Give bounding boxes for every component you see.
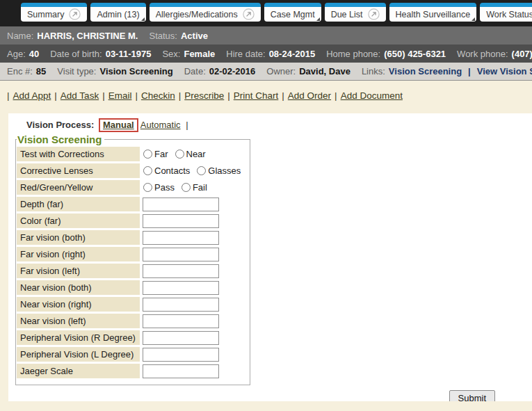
info-value: 02-02-2016: [209, 66, 256, 76]
info-pair-hire-date: Hire date:08-24-2015: [226, 49, 315, 59]
submit-button[interactable]: Submit: [449, 390, 495, 401]
info-pair-status: Status:Active: [149, 31, 208, 41]
info-label: Owner:: [266, 66, 296, 76]
tab-case-mgmt[interactable]: Case Mgmt: [264, 3, 321, 22]
radio-option-test-with-corrections-far: Far: [143, 149, 168, 159]
encounter-links: Links:Vision Screening|View Vision Scree…: [362, 66, 532, 76]
dropdown-corner-icon: [471, 17, 475, 21]
links-label: Links:: [362, 66, 385, 76]
radio-red-green-yellow-fail[interactable]: [182, 183, 191, 192]
info-label: Visit type:: [57, 66, 96, 76]
main-content: Vision Process: ManualAutomatic | Vision…: [0, 113, 532, 401]
info-value: 85: [36, 66, 46, 76]
tab-admin-13[interactable]: Admin (13): [90, 3, 145, 22]
radio-option-red-green-yellow-pass: Pass: [143, 182, 175, 193]
action-link-add-document[interactable]: Add Document: [341, 90, 403, 101]
input-color-far[interactable]: [143, 214, 219, 228]
info-label: Work phone:: [457, 49, 508, 59]
input-near-vision-both[interactable]: [143, 281, 219, 295]
popout-icon: [69, 8, 81, 20]
action-link-add-appt[interactable]: Add Appt: [13, 90, 51, 101]
info-value: 40: [29, 49, 39, 59]
info-value: (407) 939: [512, 49, 532, 59]
info-pair-name: Name:HARRIS, CHRISTINE M.: [7, 31, 138, 41]
radio-option-label: Contacts: [154, 166, 190, 176]
form-row-red-green-yellow: Red/Green/YellowPassFail: [17, 180, 247, 195]
radio-option-label: Near: [186, 149, 206, 159]
form-row-jaeger-scale: Jaeger Scale: [17, 364, 247, 378]
field-control: [140, 347, 219, 362]
input-jaeger-scale[interactable]: [143, 364, 219, 378]
tab-due-list[interactable]: Due List: [325, 3, 386, 22]
tab-health-surveillance[interactable]: Health Surveillance: [389, 3, 477, 22]
action-link-add-order[interactable]: Add Order: [288, 90, 331, 101]
info-label: Name:: [7, 31, 33, 41]
form-row-depth-far: Depth (far): [17, 197, 247, 211]
radio-corrective-lenses-glasses[interactable]: [197, 166, 206, 175]
input-peripheral-vision-r-degree[interactable]: [143, 331, 219, 345]
action-link-email[interactable]: Email: [108, 90, 132, 101]
radio-red-green-yellow-pass[interactable]: [143, 183, 152, 192]
action-link-checkin[interactable]: Checkin: [141, 90, 175, 101]
field-label: Depth (far): [17, 197, 140, 211]
action-link-print-chart[interactable]: Print Chart: [234, 90, 279, 101]
encounter-bar: Enc #:85Visit type:Vision ScreeningDate:…: [0, 63, 532, 81]
input-far-vision-left[interactable]: [143, 264, 219, 278]
vision-process-option-automatic[interactable]: Automatic: [140, 120, 181, 130]
popout-icon: [368, 8, 380, 20]
input-near-vision-left[interactable]: [143, 314, 219, 328]
radio-corrective-lenses-contacts[interactable]: [143, 166, 152, 175]
info-value: David, Dave: [299, 66, 350, 76]
input-peripheral-vision-l-degree[interactable]: [143, 348, 219, 362]
tab-allergies-medications[interactable]: Allergies/Medications: [150, 3, 261, 22]
action-link-separator: |: [7, 90, 10, 101]
action-link-separator: |: [179, 90, 182, 101]
radio-option-label: Far: [154, 149, 168, 159]
field-control: [140, 213, 219, 228]
tab-label: Due List: [331, 10, 363, 19]
info-value: HARRIS, CHRISTINE M.: [37, 31, 138, 41]
tab-label: Health Surveillance: [396, 10, 471, 19]
input-far-vision-both[interactable]: [143, 231, 219, 245]
input-far-vision-right[interactable]: [143, 248, 219, 261]
info-pair-date: Date:02-02-2016: [184, 66, 256, 76]
field-control: [140, 314, 219, 328]
form-row-near-vision-left: Near vision (left): [17, 314, 247, 328]
patient-demographics-bar: Age:40Date of birth:03-11-1975Sex:Female…: [0, 45, 532, 63]
radio-option-label: Fail: [193, 182, 207, 193]
radio-test-with-corrections-far[interactable]: [143, 150, 152, 159]
radio-test-with-corrections-near[interactable]: [175, 150, 184, 159]
vision-process-label: Vision Process:: [26, 120, 94, 130]
action-link-separator: |: [135, 90, 138, 101]
field-label: Near vision (left): [17, 314, 140, 328]
info-pair-home-phone: Home phone:(650) 425-6321: [326, 49, 446, 59]
info-label: Sex:: [162, 49, 180, 59]
input-depth-far[interactable]: [143, 198, 219, 211]
action-link-separator: |: [102, 90, 105, 101]
links-separator: |: [468, 66, 471, 76]
vision-process-option-manual[interactable]: Manual: [103, 120, 134, 130]
info-value: (650) 425-6321: [384, 49, 446, 59]
input-near-vision-right[interactable]: [143, 298, 219, 312]
action-link-prescribe[interactable]: Prescribe: [184, 90, 224, 101]
form-row-test-with-corrections: Test with CorrectionsFarNear: [17, 147, 247, 161]
form-row-near-vision-both: Near vision (both): [17, 280, 247, 295]
patient-tab-bar: SummaryAdmin (13)Allergies/MedicationsCa…: [0, 0, 532, 26]
field-control: [140, 264, 219, 278]
radio-option-red-green-yellow-fail: Fail: [181, 182, 207, 193]
action-link-separator: |: [282, 90, 284, 101]
tab-work-status[interactable]: Work Status: [480, 3, 532, 22]
radio-option-corrective-lenses-contacts: Contacts: [143, 166, 190, 176]
tab-summary[interactable]: Summary: [21, 3, 87, 22]
popout-icon: [243, 8, 255, 20]
action-link-add-task[interactable]: Add Task: [61, 90, 99, 101]
action-link-separator: |: [227, 90, 230, 101]
encounter-link-view-vision-screening[interactable]: View Vision Screening: [477, 66, 532, 76]
field-control: FarNear: [140, 147, 212, 161]
encounter-link-vision-screening[interactable]: Vision Screening: [389, 66, 462, 76]
field-label: Jaeger Scale: [17, 364, 140, 378]
field-control: [140, 364, 219, 378]
annotation-highlight-box: Manual: [99, 118, 138, 132]
form-row-near-vision-right: Near vision (right): [17, 297, 247, 312]
field-label: Color (far): [17, 213, 140, 228]
